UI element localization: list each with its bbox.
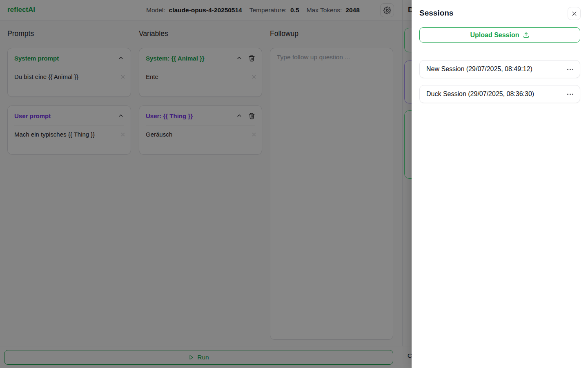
session-name: Duck Session (29/07/2025, 08:36:30) <box>426 90 534 98</box>
session-name: New Session (29/07/2025, 08:49:12) <box>426 65 532 73</box>
close-icon <box>571 11 577 17</box>
sessions-panel: Sessions Upload Session New Session (29/… <box>412 0 588 368</box>
upload-session-button[interactable]: Upload Session <box>419 27 580 43</box>
app-root: reflectAI Model: claude-opus-4-20250514 … <box>0 0 588 368</box>
upload-icon <box>523 31 530 38</box>
session-menu-button[interactable] <box>566 92 574 96</box>
divider <box>412 50 588 50</box>
close-panel-button[interactable] <box>568 7 581 20</box>
session-menu-button[interactable] <box>566 67 574 72</box>
ellipsis-icon <box>567 94 573 95</box>
ellipsis-icon <box>567 69 573 70</box>
session-list-item[interactable]: Duck Session (29/07/2025, 08:36:30) <box>419 85 580 103</box>
session-list-item[interactable]: New Session (29/07/2025, 08:49:12) <box>419 60 580 78</box>
upload-session-label: Upload Session <box>470 31 519 39</box>
sessions-panel-title: Sessions <box>419 9 453 18</box>
